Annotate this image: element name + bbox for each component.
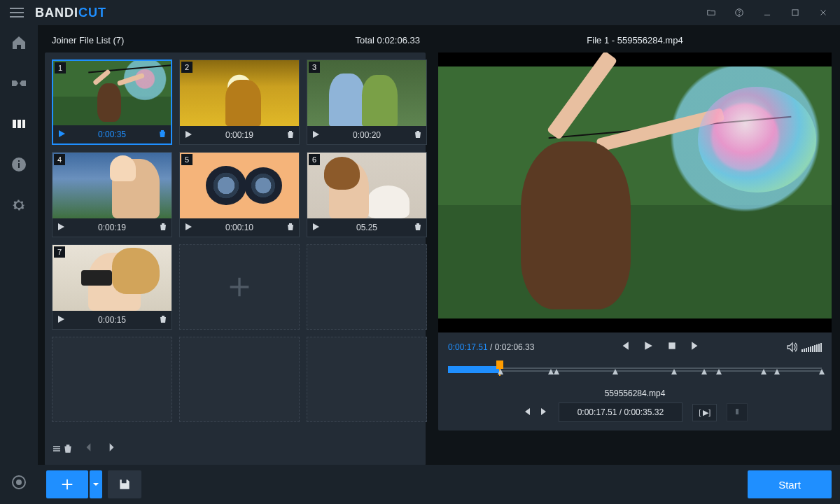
segment-controls: 0:00:17.51 / 0:00:35.32 [ ▶] xyxy=(438,401,832,424)
play-icon[interactable] xyxy=(57,130,66,140)
list-title: Joiner File List (7) xyxy=(52,35,124,46)
play-icon[interactable] xyxy=(184,130,192,141)
trash-icon[interactable] xyxy=(286,130,295,141)
clip-card[interactable]: 4 0:00:19 xyxy=(52,152,172,237)
svg-rect-5 xyxy=(22,120,25,128)
play-icon[interactable] xyxy=(184,223,192,233)
play-icon[interactable] xyxy=(312,130,320,141)
clip-thumb: 2 xyxy=(180,60,299,126)
play-icon[interactable] xyxy=(57,223,65,233)
save-button[interactable] xyxy=(108,470,141,498)
help-icon[interactable] xyxy=(725,0,753,25)
timeline-marker xyxy=(761,369,766,374)
clip-grid: 1 0:00:35 2 xyxy=(52,59,419,422)
svg-rect-4 xyxy=(18,120,21,128)
trash-icon[interactable] xyxy=(414,223,422,233)
trash-icon[interactable] xyxy=(286,223,295,233)
svg-rect-8 xyxy=(18,160,20,162)
clip-bar: 0:00:19 xyxy=(180,126,299,144)
volume-icon xyxy=(786,342,797,353)
clip-duration: 0:00:10 xyxy=(192,223,286,232)
time-label: 0:00:17.51 / 0:02:06.33 xyxy=(448,342,534,352)
clip-bar: 0:00:20 xyxy=(307,126,426,144)
clip-thumb: 1 xyxy=(53,61,171,125)
timeline-marker xyxy=(701,369,707,374)
clip-bar: 0:00:15 xyxy=(52,311,172,329)
volume[interactable] xyxy=(786,342,822,353)
info-icon[interactable] xyxy=(10,155,28,174)
sidebar xyxy=(0,25,38,504)
prev-track-icon[interactable] xyxy=(620,341,629,354)
trash-icon[interactable] xyxy=(159,315,167,326)
trash-icon[interactable] xyxy=(414,130,422,141)
clip-card[interactable]: 7 0:00:15 xyxy=(52,244,172,330)
titlebar-right xyxy=(697,0,837,25)
home-icon[interactable] xyxy=(10,34,28,52)
timeline[interactable] xyxy=(448,362,822,380)
prev-icon[interactable] xyxy=(84,442,94,455)
trash-icon[interactable] xyxy=(159,223,167,233)
current-time: 0:00:17.51 xyxy=(448,342,488,352)
clip-badge: 1 xyxy=(55,62,66,74)
main: Joiner File List (7) Total 0:02:06.33 1 xyxy=(38,25,840,504)
svg-point-1 xyxy=(739,14,740,15)
video-box[interactable] xyxy=(438,52,832,332)
clip-duration: 0:00:19 xyxy=(192,130,286,140)
stop-icon[interactable] xyxy=(667,341,677,354)
start-button[interactable]: Start xyxy=(748,470,832,498)
segment-range-button[interactable]: [ ▶] xyxy=(692,404,717,421)
total-time: 0:02:06.33 xyxy=(495,342,535,352)
record-icon[interactable] xyxy=(10,473,28,491)
clip-bar: 0:00:10 xyxy=(180,218,299,237)
cut-icon[interactable] xyxy=(10,74,28,92)
segment-marker-button[interactable] xyxy=(727,403,748,421)
clip-card[interactable]: 3 0:00:20 xyxy=(307,59,427,145)
close-icon[interactable] xyxy=(809,0,837,25)
play-icon[interactable] xyxy=(312,223,320,233)
clip-card[interactable]: 1 0:00:35 xyxy=(52,59,172,145)
app-body: Joiner File List (7) Total 0:02:06.33 1 xyxy=(0,25,840,504)
maximize-icon[interactable] xyxy=(781,0,809,25)
play-icon[interactable] xyxy=(643,341,653,354)
next-icon[interactable] xyxy=(106,442,116,455)
minimize-icon[interactable] xyxy=(753,0,781,25)
start-label: Start xyxy=(778,479,801,491)
trash-icon[interactable] xyxy=(158,130,167,140)
list-trash-all-icon[interactable] xyxy=(52,444,73,454)
svg-point-10 xyxy=(16,479,22,485)
next-track-icon[interactable] xyxy=(691,341,701,354)
clip-card[interactable]: 5 0:00:10 xyxy=(179,152,300,237)
settings-icon[interactable] xyxy=(10,196,28,214)
clip-duration: 0:00:35 xyxy=(66,130,158,139)
clip-duration: 0:00:20 xyxy=(320,130,414,140)
empty-slot xyxy=(52,337,172,422)
clip-bar: 0:00:19 xyxy=(52,218,172,237)
player-title: File 1 - 559556284.mp4 xyxy=(438,31,832,52)
timeline-marker xyxy=(819,369,825,374)
bottom-bar: Start xyxy=(38,465,840,504)
clip-bar: 0:00:35 xyxy=(53,125,171,144)
clip-card[interactable]: 6 05.25 xyxy=(307,152,427,237)
svg-rect-7 xyxy=(18,163,20,168)
clip-card[interactable]: 2 0:00:19 xyxy=(179,59,300,145)
timeline-progress xyxy=(448,366,500,373)
folder-icon[interactable] xyxy=(697,0,725,25)
seg-prev-icon[interactable] xyxy=(522,406,531,419)
add-dropdown-button[interactable] xyxy=(90,470,102,498)
timeline-marker xyxy=(498,369,503,374)
add-button[interactable] xyxy=(46,470,88,498)
join-icon[interactable] xyxy=(10,115,28,133)
player-area: 0:00:17.51 / 0:02:06.33 xyxy=(438,52,832,430)
right-panel: File 1 - 559556284.mp4 xyxy=(434,25,840,504)
add-slot[interactable] xyxy=(179,244,300,330)
play-icon[interactable] xyxy=(57,315,65,326)
timeline-handle[interactable] xyxy=(496,360,503,369)
menu-icon[interactable] xyxy=(3,0,31,25)
clip-thumb: 4 xyxy=(52,153,172,218)
segment-name: 559556284.mp4 xyxy=(438,383,832,401)
playback-controls xyxy=(620,341,701,354)
clip-grid-wrap: 1 0:00:35 2 xyxy=(45,52,426,465)
clip-thumb: 6 xyxy=(307,153,426,218)
seg-next-icon[interactable] xyxy=(540,406,549,419)
clip-bar: 05.25 xyxy=(307,218,426,237)
